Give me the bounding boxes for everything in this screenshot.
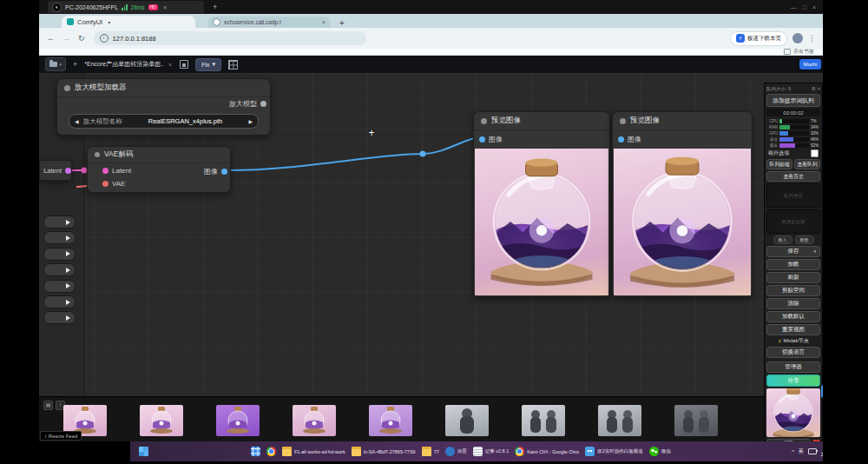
back-icon[interactable]: ←: [47, 34, 55, 43]
node-header[interactable]: 预览图像: [613, 112, 752, 130]
close-icon[interactable]: ×: [812, 4, 816, 10]
output-dot[interactable]: [221, 169, 227, 175]
input-dot[interactable]: [479, 136, 485, 143]
all-bookmarks-label[interactable]: 所有书签: [793, 48, 814, 56]
collapsed-node-stub[interactable]: [43, 248, 76, 261]
site-info-icon[interactable]: i: [100, 34, 108, 43]
manager-button[interactable]: 管理器: [766, 361, 820, 373]
settings-gear-icon[interactable]: ⚙: [812, 86, 816, 91]
preview-image-jar[interactable]: [475, 149, 608, 295]
input-dot[interactable]: [102, 168, 108, 174]
queue-front-button[interactable]: 队列前端: [766, 159, 792, 169]
start-button-icon[interactable]: [139, 447, 148, 456]
mochi-extension-badge[interactable]: Mochi: [799, 59, 821, 70]
load-item-button[interactable]: 载入: [773, 235, 792, 244]
save-workflow-icon[interactable]: [180, 60, 188, 69]
resize-feed-button[interactable]: ↕ Resize Feed: [40, 431, 82, 441]
panel-close-icon[interactable]: ×: [818, 86, 820, 91]
taskbar-item-notes-6[interactable]: 记事 v2.8.1: [473, 447, 510, 456]
collapsed-node-stub[interactable]: [43, 215, 76, 229]
output-dot[interactable]: [260, 101, 266, 107]
collapse-dot-icon[interactable]: [64, 85, 70, 91]
browser-new-tab-button[interactable]: +: [339, 18, 345, 28]
next-arrow-icon[interactable]: ▶: [248, 118, 253, 124]
view-history-button[interactable]: 查看历史: [766, 171, 820, 182]
input-dot[interactable]: [102, 181, 108, 187]
input-language-indicator[interactable]: 英: [799, 447, 804, 455]
profile-avatar[interactable]: [792, 33, 803, 43]
browser-tab-comfyui[interactable]: ComfyUI ▾: [62, 16, 195, 28]
taskbar-item-folder-2[interactable]: F1-all works-sd-hd-work: [282, 447, 345, 456]
minimize-icon[interactable]: —: [791, 4, 797, 10]
node-header[interactable]: 放大模型加载器: [57, 79, 270, 97]
feed-thumbnail[interactable]: [522, 405, 565, 436]
collapsed-node-stub[interactable]: [43, 280, 76, 293]
node-header[interactable]: 预览图像: [474, 112, 609, 130]
new-workflow-button[interactable]: +: [73, 60, 77, 69]
delete-item-button[interactable]: 删除: [795, 235, 814, 244]
feed-grid-icon[interactable]: ▤: [43, 401, 53, 410]
taskbar-item-widgets[interactable]: [251, 447, 260, 456]
prev-arrow-icon[interactable]: ◀: [75, 118, 79, 124]
battery-icon[interactable]: [808, 448, 817, 454]
refresh-button[interactable]: 刷新: [766, 272, 820, 283]
collapsed-node-stub[interactable]: [43, 231, 76, 244]
feed-thumbnail[interactable]: [445, 405, 489, 436]
latest-output-thumbnail[interactable]: [766, 388, 820, 437]
queue-prompt-button[interactable]: 添加提示词队列: [766, 94, 820, 107]
widget-upscale-model-name[interactable]: ◀ 放大模型名称 RealESRGAN_x4plus.pth ▶: [69, 114, 259, 129]
taskbar-item-wechat-9[interactable]: 微信: [649, 447, 671, 456]
browser-menu-icon[interactable]: ⋮: [808, 34, 816, 43]
taskbar-item-chrome[interactable]: [266, 447, 276, 456]
node-latent-partial[interactable]: Latent: [39, 160, 72, 181]
output-dot[interactable]: [65, 168, 71, 174]
download-extension-button[interactable]: ⚡ 极速下载本页: [730, 31, 787, 46]
workflow-tab-close-icon[interactable]: ×: [168, 62, 172, 68]
fix-menu-button[interactable]: Fix ▾: [195, 58, 221, 71]
reload-icon[interactable]: ↻: [78, 34, 85, 43]
view-queue-button[interactable]: 查看队列: [794, 159, 820, 169]
taskbar-item-folder-3[interactable]: ln-SA-4BdT-27865-77S6: [352, 447, 416, 456]
feed-thumbnail[interactable]: [598, 405, 641, 436]
taskbar-item-folder-4[interactable]: 77: [422, 447, 439, 456]
tab-close-icon[interactable]: ×: [322, 19, 326, 25]
node-vae-decode[interactable]: VAE解码 Latent VAE 图像: [87, 146, 231, 193]
preview-image-jar[interactable]: [614, 149, 751, 295]
load-button[interactable]: 加载: [766, 259, 820, 270]
collapse-dot-icon[interactable]: [95, 152, 100, 157]
taskbar-item-gear-5[interactable]: 设置: [445, 447, 467, 456]
node-preview-image-2[interactable]: 预览图像 图像: [612, 111, 753, 297]
reset-view-button[interactable]: 重置视图: [766, 324, 820, 335]
feed-thumbnail[interactable]: [216, 405, 260, 436]
tab-search-caret-icon[interactable]: ▾: [108, 19, 110, 25]
input-dot[interactable]: [618, 136, 624, 143]
mixlab-nodes-toggle[interactable]: ⚡ Mixlab节点: [766, 337, 820, 345]
collapsed-node-stub[interactable]: [43, 263, 76, 276]
forward-icon[interactable]: →: [62, 34, 70, 43]
feed-thumbnail[interactable]: [369, 405, 412, 436]
workflows-folder-button[interactable]: ▾: [45, 57, 66, 71]
clear-button[interactable]: 清除: [766, 298, 820, 309]
grid-view-icon[interactable]: [228, 60, 238, 70]
address-bar[interactable]: i 127.0.0.1:8188: [94, 31, 366, 45]
collapse-dot-icon[interactable]: [620, 118, 626, 124]
switch-language-button[interactable]: 切换语言: [766, 347, 820, 358]
node-preview-image-1[interactable]: 预览图像 图像: [473, 111, 610, 297]
maximize-icon[interactable]: □: [803, 4, 806, 10]
feed-thumbnail[interactable]: [293, 405, 336, 436]
clipspace-button[interactable]: 剪贴空间: [766, 285, 820, 296]
node-header[interactable]: VAE解码: [88, 147, 230, 163]
feed-thumbnail[interactable]: [140, 405, 183, 436]
collapse-dot-icon[interactable]: [481, 118, 487, 124]
node-upscale-model-loader[interactable]: 放大模型加载器 放大模型 ◀ 放大模型名称 RealESRGAN_x4plus.…: [56, 78, 271, 136]
tray-expand-icon[interactable]: ^: [792, 449, 794, 454]
taskbar-item-chat-8[interactable]: 双2实时协作白板频道: [585, 447, 643, 456]
taskbar-item-chrome-7[interactable]: Kami Ch!l - Google Chro: [515, 447, 579, 456]
remote-tab-close-icon[interactable]: ×: [163, 3, 168, 11]
collapsed-node-stub[interactable]: [43, 295, 76, 308]
browser-tab-secondary[interactable]: echoservice.call.cadp.t ×: [207, 17, 331, 28]
workflow-tab[interactable]: *Encore产品草图转渲染单图.. ×: [84, 60, 172, 69]
save-button[interactable]: 保存▼: [766, 246, 820, 257]
extra-options-checkbox[interactable]: [811, 149, 819, 157]
remote-session-tab[interactable]: ◐ PC-20240625HFPL 28ms HD ×: [48, 1, 204, 13]
